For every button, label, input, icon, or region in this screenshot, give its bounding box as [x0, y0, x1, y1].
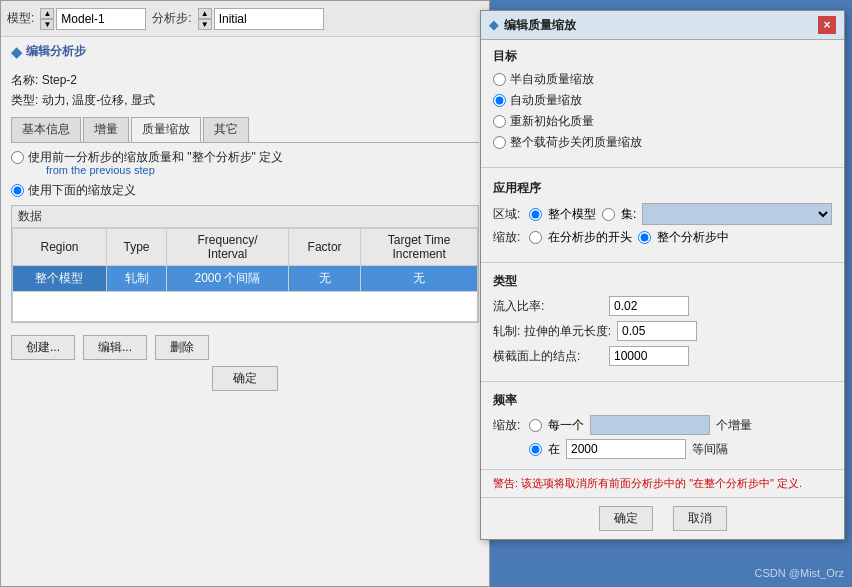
- radio-semi-auto-input[interactable]: [493, 73, 506, 86]
- col-frequency: Frequency/Interval: [167, 229, 289, 266]
- tab-other[interactable]: 其它: [203, 117, 249, 142]
- divider-2: [481, 262, 844, 263]
- table-row[interactable]: 整个模型 轧制 2000 个间隔 无 无: [13, 266, 478, 292]
- app-section-title: 应用程序: [493, 180, 832, 197]
- cell-increment: 无: [361, 266, 478, 292]
- target-section: 目标 半自动质量缩放 自动质量缩放 重新初始化质量 整个载荷步关闭质量缩放: [481, 40, 844, 163]
- at-label: 在: [548, 441, 560, 458]
- data-section: 数据 Region Type Frequency/Interval Factor…: [11, 205, 479, 323]
- dialog-cancel-button[interactable]: 取消: [673, 506, 727, 531]
- scale-whole-radio[interactable]: [638, 231, 651, 244]
- edit-mass-scale-dialog: ◆ 编辑质量缩放 × 目标 半自动质量缩放 自动质量缩放 重新初始化质量 整个载…: [480, 10, 845, 540]
- dialog-title-left: ◆ 编辑质量缩放: [489, 17, 576, 34]
- delete-button[interactable]: 删除: [155, 335, 209, 360]
- inflow-field: 流入比率:: [493, 296, 832, 316]
- radio-reinit[interactable]: 重新初始化质量: [493, 113, 832, 130]
- col-factor: Factor: [288, 229, 360, 266]
- inflow-input[interactable]: [609, 296, 689, 316]
- radio-whole-step-off-input[interactable]: [493, 136, 506, 149]
- tab-basic[interactable]: 基本信息: [11, 117, 81, 142]
- inflow-label: 流入比率:: [493, 298, 603, 315]
- data-section-header: 数据: [12, 206, 478, 228]
- dialog-titlebar: ◆ 编辑质量缩放 ×: [481, 11, 844, 40]
- each-input[interactable]: [590, 415, 710, 435]
- section-input[interactable]: [609, 346, 689, 366]
- model-select[interactable]: Model-1: [56, 8, 146, 30]
- radio-auto[interactable]: 自动质量缩放: [493, 92, 832, 109]
- app-section: 应用程序 区域: 整个模型 集: 缩放: 在分析步的开头 整个分析步中: [481, 172, 844, 258]
- model-spin-down[interactable]: ▼: [40, 19, 54, 30]
- dialog-diamond-icon: ◆: [489, 18, 498, 32]
- cell-type: 轧制: [106, 266, 166, 292]
- dialog-bottom: 确定 取消: [481, 497, 844, 539]
- radio-semi-auto[interactable]: 半自动质量缩放: [493, 71, 832, 88]
- dialog-close-button[interactable]: ×: [818, 16, 836, 34]
- toolbar: 模型: ▲ ▼ Model-1 分析步: ▲ ▼ Initial: [1, 1, 489, 37]
- scale-abbrev: 缩放:: [493, 417, 523, 434]
- diamond-icon: ◆: [11, 44, 22, 60]
- tab-increment[interactable]: 增量: [83, 117, 129, 142]
- at-input[interactable]: [566, 439, 686, 459]
- col-region: Region: [13, 229, 107, 266]
- step-label: 分析步:: [152, 10, 191, 27]
- whole-model-label: 整个模型: [548, 206, 596, 223]
- scale-start-label: 在分析步的开头: [548, 229, 632, 246]
- dialog-title: 编辑质量缩放: [504, 17, 576, 34]
- radio-prev-content: 使用前一分析步的缩放质量和 "整个分析步" 定义 from the previo…: [28, 149, 283, 176]
- radio-auto-input[interactable]: [493, 94, 506, 107]
- target-section-title: 目标: [493, 48, 832, 65]
- step-spin-down[interactable]: ▼: [198, 19, 212, 30]
- model-spinner[interactable]: ▲ ▼: [40, 8, 54, 30]
- step-spin-up[interactable]: ▲: [198, 8, 212, 19]
- warning-text: 警告: 该选项将取消所有前面分析步中的 "在整个分析步中" 定义.: [493, 477, 802, 489]
- radio-reinit-input[interactable]: [493, 115, 506, 128]
- create-button[interactable]: 创建...: [11, 335, 75, 360]
- main-ok-button[interactable]: 确定: [212, 366, 278, 391]
- set-radio[interactable]: [602, 208, 615, 221]
- freq-section: 频率 缩放: 每一个 个增量 在 等间隔: [481, 386, 844, 469]
- radio-use-prev[interactable]: 使用前一分析步的缩放质量和 "整个分析步" 定义 from the previo…: [11, 149, 479, 176]
- at-radio[interactable]: [529, 443, 542, 456]
- rolling-field: 轧制: 拉伸的单元长度:: [493, 321, 832, 341]
- scale-label: 缩放:: [493, 229, 523, 246]
- edit-button[interactable]: 编辑...: [83, 335, 147, 360]
- set-select[interactable]: [642, 203, 832, 225]
- section-label: 横截面上的结点:: [493, 348, 603, 365]
- divider-1: [481, 167, 844, 168]
- step-select[interactable]: Initial: [214, 8, 324, 30]
- bottom-btns: 创建... 编辑... 删除: [11, 329, 479, 366]
- step-spinner[interactable]: ▲ ▼: [198, 8, 212, 30]
- step-select-wrap: ▲ ▼ Initial: [198, 8, 324, 30]
- radio-below-input[interactable]: [11, 184, 24, 197]
- each-row: 缩放: 每一个 个增量: [493, 415, 832, 435]
- each-radio[interactable]: [529, 419, 542, 432]
- area-row: 区域: 整个模型 集:: [493, 203, 832, 225]
- radio-prev-input[interactable]: [11, 151, 24, 164]
- watermark: CSDN @Mist_Orz: [755, 567, 844, 579]
- divider-3: [481, 381, 844, 382]
- cell-factor: 无: [288, 266, 360, 292]
- radio-use-below[interactable]: 使用下面的缩放定义: [11, 182, 479, 199]
- each-suffix: 个增量: [716, 417, 752, 434]
- dialog-ok-button[interactable]: 确定: [599, 506, 653, 531]
- empty-row: [13, 292, 478, 322]
- cell-frequency: 2000 个间隔: [167, 266, 289, 292]
- tab-mass-scale[interactable]: 质量缩放: [131, 117, 201, 142]
- cell-region: 整个模型: [13, 266, 107, 292]
- model-spin-up[interactable]: ▲: [40, 8, 54, 19]
- scale-start-radio[interactable]: [529, 231, 542, 244]
- model-select-wrap: ▲ ▼ Model-1: [40, 8, 146, 30]
- model-label: 模型:: [7, 10, 34, 27]
- edit-step-panel: ◆ 编辑分析步: [1, 37, 489, 72]
- whole-model-radio[interactable]: [529, 208, 542, 221]
- type-section-title: 类型: [493, 273, 832, 290]
- tabs: 基本信息 增量 质量缩放 其它: [11, 117, 479, 143]
- rolling-input[interactable]: [617, 321, 697, 341]
- radio-whole-step-off[interactable]: 整个载荷步关闭质量缩放: [493, 134, 832, 151]
- edit-step-header: ◆ 编辑分析步: [11, 43, 479, 60]
- at-suffix: 等间隔: [692, 441, 728, 458]
- main-window: 模型: ▲ ▼ Model-1 分析步: ▲ ▼ Initial ◆ 编辑分析步: [0, 0, 490, 587]
- warning-section: 警告: 该选项将取消所有前面分析步中的 "在整个分析步中" 定义.: [481, 469, 844, 497]
- section-field: 横截面上的结点:: [493, 346, 832, 366]
- type-section: 类型 流入比率: 轧制: 拉伸的单元长度: 横截面上的结点:: [481, 267, 844, 377]
